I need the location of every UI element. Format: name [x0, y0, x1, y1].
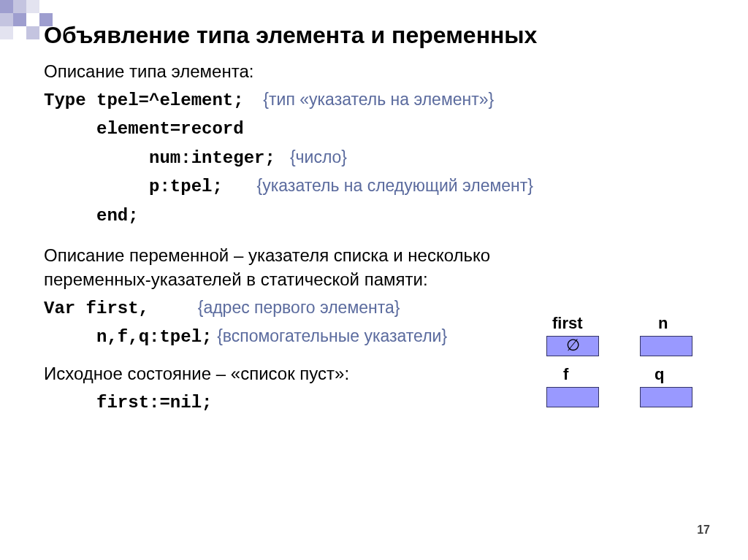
- code-text: first:=nil;: [44, 393, 212, 413]
- type-desc-heading: Описание типа элемента:: [44, 59, 719, 84]
- box-f: [546, 387, 599, 407]
- code-line-end: end;: [44, 202, 719, 229]
- code-text: num:integer;: [44, 148, 275, 168]
- slide-title: Объявление типа элемента и переменных: [44, 22, 719, 49]
- box-n: [640, 336, 692, 356]
- slide-content: Объявление типа элемента и переменных Оп…: [44, 22, 719, 418]
- label-f: f: [563, 365, 568, 384]
- code-line-p: p:tpel; {указатель на следующий элемент}: [44, 173, 719, 199]
- code-line-nil: first:=nil;: [44, 389, 719, 415]
- var-desc-heading: Описание переменной – указателя списка и…: [44, 243, 541, 292]
- code-comment: {адрес первого элемента}: [198, 298, 400, 317]
- code-comment: {тип «указатель на элемент»}: [263, 90, 494, 109]
- label-q: q: [654, 365, 664, 384]
- code-line-var: Var first, {адрес первого элемента}: [44, 295, 719, 321]
- code-text: Var first,: [44, 299, 149, 318]
- label-n: n: [658, 314, 668, 333]
- slide-number: 17: [697, 523, 710, 537]
- code-line-record: element=record: [44, 115, 719, 142]
- nil-symbol-icon: ∅: [547, 337, 598, 354]
- code-text: Type tpel=^element;: [44, 91, 244, 110]
- code-text: p:tpel;: [44, 177, 223, 196]
- label-first: first: [552, 314, 583, 333]
- code-comment: {указатель на следующий элемент}: [257, 176, 533, 195]
- box-first: ∅: [546, 336, 599, 356]
- code-comment: {вспомогательные указатели}: [217, 326, 447, 345]
- code-line-num: num:integer; {число}: [44, 145, 719, 171]
- code-line-nfq: n,f,q:tpel; {вспомогательные указатели}: [44, 323, 719, 350]
- box-q: [640, 387, 692, 407]
- code-comment: {число}: [290, 147, 347, 166]
- code-text: end;: [44, 206, 139, 226]
- state-heading: Исходное состояние – «список пуст»:: [44, 361, 719, 386]
- code-text: n,f,q:tpel;: [44, 327, 212, 347]
- code-line-type: Type tpel=^element; {тип «указатель на э…: [44, 87, 719, 113]
- code-text: element=record: [44, 119, 244, 139]
